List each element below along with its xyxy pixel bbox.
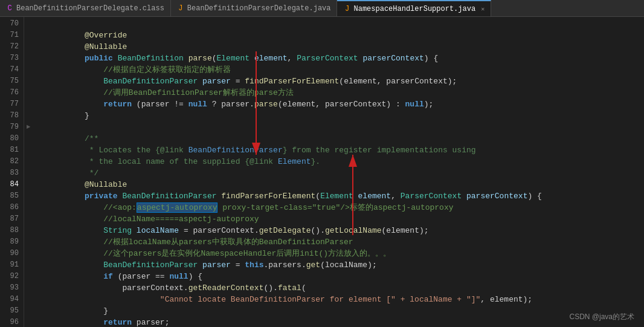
line-num-76: 76 <box>0 87 19 99</box>
code-line-95: return parser; <box>37 305 644 317</box>
fold-96 <box>24 317 33 327</box>
code-line-70: @Override <box>37 18 644 30</box>
code-line-96: } <box>37 317 644 327</box>
fold-80 <box>24 133 33 144</box>
tab-java-delegate-icon: J <box>177 5 184 12</box>
line-num-96: 96 <box>0 317 19 327</box>
fold-gutter: ► <box>24 17 33 327</box>
line-num-93: 93 <box>0 282 19 294</box>
code-line-78 <box>37 110 644 121</box>
fold-70 <box>24 18 33 30</box>
line-num-74: 74 <box>0 64 19 76</box>
fold-95 <box>24 305 33 317</box>
fold-77 <box>24 99 33 110</box>
code-line-89: //这个parsers是在实例化NamespaceHandler后调用init(… <box>37 236 644 248</box>
code-line-74: BeanDefinitionParser parser = findParser… <box>37 64 644 76</box>
code-line-84: private BeanDefinitionParser findParserF… <box>37 179 644 190</box>
line-num-94: 94 <box>0 294 19 305</box>
fold-87 <box>24 213 33 225</box>
code-line-88: //根据localName从parsers中获取具体的BeanDefinitio… <box>37 225 644 236</box>
line-num-85: 85 <box>0 190 19 202</box>
fold-79[interactable]: ► <box>24 121 33 133</box>
code-line-91: if (parser == null) { <box>37 259 644 271</box>
fold-72 <box>24 41 33 53</box>
fold-84 <box>24 179 33 190</box>
code-line-93: "Cannot locate BeanDefinitionParser for … <box>37 282 644 294</box>
tab-namespace-handler[interactable]: J NamespaceHandlerSupport.java ✕ <box>337 0 491 16</box>
code-line-79: /** <box>37 121 644 133</box>
fold-74 <box>24 64 33 76</box>
fold-82 <box>24 156 33 167</box>
tab-class-icon: C <box>6 5 13 12</box>
line-num-88: 88 <box>0 225 19 236</box>
line-num-81: 81 <box>0 144 19 156</box>
tab-java-delegate-label: BeanDefinitionParserDelegate.java <box>187 4 331 13</box>
code-line-86: //localName=====aspectj-autoproxy <box>37 202 644 213</box>
line-num-90: 90 <box>0 248 19 259</box>
tab-java-delegate[interactable]: J BeanDefinitionParserDelegate.java <box>171 0 338 16</box>
code-line-75: //调用BeanDefinitionParser解析器的parse方法 <box>37 76 644 87</box>
line-numbers: 70 71 72 73 74 75 76 77 78 79 80 81 82 8… <box>0 17 24 327</box>
code-line-73: //根据自定义标签获取指定的解析器 <box>37 53 644 64</box>
code-line-85: //<aop:aspectj-autoproxy proxy-target-cl… <box>37 190 644 202</box>
fold-73 <box>24 53 33 64</box>
code-line-71: @Nullable <box>37 30 644 41</box>
tab-namespace-icon: J <box>343 5 350 13</box>
fold-90 <box>24 248 33 259</box>
code-line-94: } <box>37 294 644 305</box>
fold-91 <box>24 259 33 271</box>
fold-71 <box>24 30 33 41</box>
fold-93 <box>24 282 33 294</box>
code-line-81: * the local name of the supplied {@link … <box>37 144 644 156</box>
tab-class-label: BeanDefinitionParserDelegate.class <box>16 4 164 13</box>
tab-close-icon[interactable]: ✕ <box>481 5 485 13</box>
tab-bar: C BeanDefinitionParserDelegate.class J B… <box>0 0 644 17</box>
fold-83 <box>24 167 33 179</box>
line-num-95: 95 <box>0 305 19 317</box>
fold-88 <box>24 225 33 236</box>
fold-94 <box>24 294 33 305</box>
fold-76 <box>24 87 33 99</box>
line-num-72: 72 <box>0 41 19 53</box>
line-num-87: 87 <box>0 213 19 225</box>
fold-89 <box>24 236 33 248</box>
line-num-89: 89 <box>0 236 19 248</box>
fold-92 <box>24 271 33 282</box>
fold-86 <box>24 202 33 213</box>
watermark: CSDN @java的艺术 <box>569 312 634 322</box>
fold-75 <box>24 76 33 87</box>
code-line-90: BeanDefinitionParser parser = this.parse… <box>37 248 644 259</box>
code-area: 70 71 72 73 74 75 76 77 78 79 80 81 82 8… <box>0 17 644 327</box>
code-line-83: @Nullable <box>37 167 644 179</box>
tab-namespace-label: NamespaceHandlerSupport.java <box>353 5 475 13</box>
line-num-75: 75 <box>0 76 19 87</box>
line-num-84: 84 <box>0 179 19 190</box>
code-line-77: } <box>37 99 644 110</box>
line-num-80: 80 <box>0 133 19 144</box>
fold-81 <box>24 144 33 156</box>
line-num-91: 91 <box>0 259 19 271</box>
line-num-92: 92 <box>0 271 19 282</box>
line-num-82: 82 <box>0 156 19 167</box>
code-line-76: return (parser != null ? parser.parse(el… <box>37 87 644 99</box>
fold-85 <box>24 190 33 202</box>
code-line-80: * Locates the {@link BeanDefinitionParse… <box>37 133 644 144</box>
fold-78 <box>24 110 33 121</box>
code-line-92: parserContext.getReaderContext().fatal( <box>37 271 644 282</box>
code-line-82: */ <box>37 156 644 167</box>
line-num-78: 78 <box>0 110 19 121</box>
line-num-79: 79 <box>0 121 19 133</box>
code-content[interactable]: @Override @Nullable public BeanDefinitio… <box>33 17 644 327</box>
code-line-87: String localName = parserContext.getDele… <box>37 213 644 225</box>
tab-class[interactable]: C BeanDefinitionParserDelegate.class <box>0 0 171 16</box>
code-line-72: public BeanDefinition parse(Element elem… <box>37 41 644 53</box>
line-num-73: 73 <box>0 53 19 64</box>
line-num-86: 86 <box>0 202 19 213</box>
line-num-77: 77 <box>0 99 19 110</box>
line-num-70: 70 <box>0 18 19 30</box>
line-num-71: 71 <box>0 30 19 41</box>
line-num-83: 83 <box>0 167 19 179</box>
